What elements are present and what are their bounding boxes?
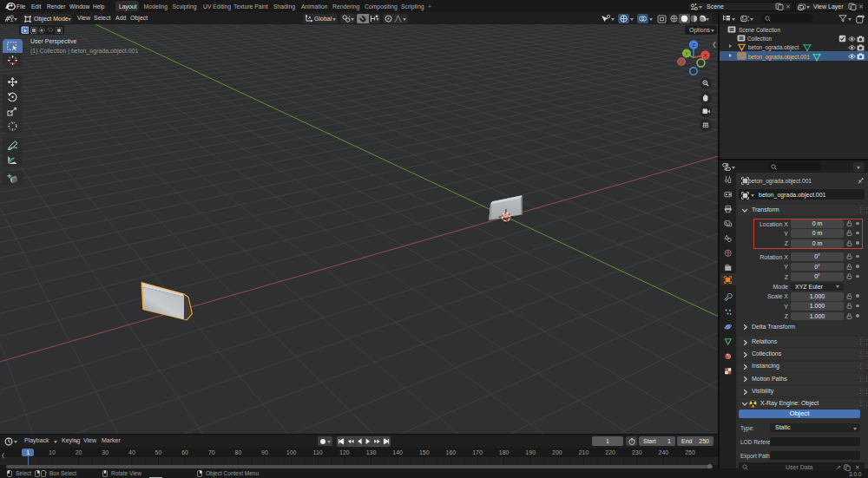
svg-text:Z: Z	[692, 43, 695, 48]
svg-text:Y: Y	[685, 51, 688, 56]
svg-text:X: X	[703, 53, 707, 58]
